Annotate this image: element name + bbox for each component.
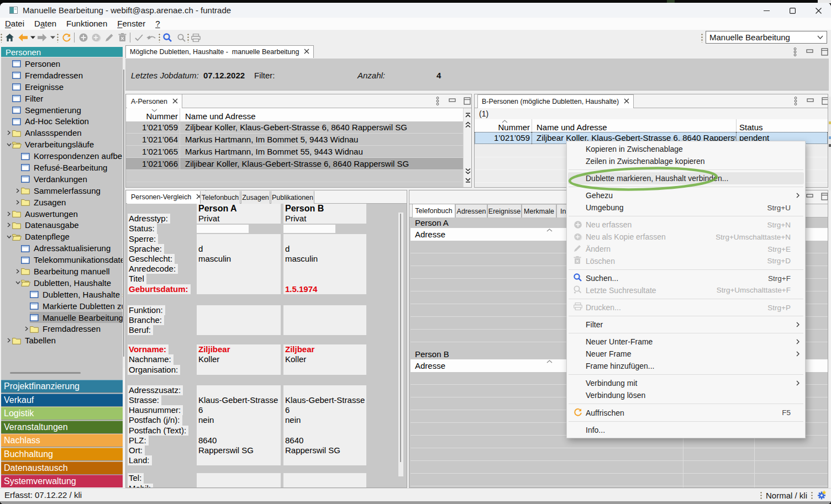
a-table-row[interactable]: 1’021’065 Markus Hartmann, Im Bommet 55,…: [126, 146, 464, 158]
tree-twisty-icon[interactable]: [14, 268, 21, 274]
minimize-button[interactable]: [754, 3, 779, 18]
frame-maximize-icon[interactable]: [821, 193, 828, 200]
tab-close-icon[interactable]: [624, 98, 629, 105]
scroll-page-up-icon[interactable]: [465, 121, 471, 128]
tab-adressen[interactable]: Adressen: [455, 204, 487, 217]
tree-twisty-icon[interactable]: [6, 83, 12, 90]
sidebar-module-bar[interactable]: Nachlass: [1, 434, 123, 447]
context-menu-item[interactable]: Gehezu: [567, 189, 805, 201]
b-col-status[interactable]: Status: [739, 119, 822, 131]
new-copy-button[interactable]: [91, 30, 102, 45]
close-button[interactable]: [806, 3, 831, 18]
scroll-top-icon[interactable]: [465, 113, 471, 118]
tree-item[interactable]: Fremdadressen: [1, 323, 123, 335]
context-menu-item[interactable]: Verbindung mit: [567, 378, 805, 390]
context-menu-item[interactable]: Neuer Unter-Frame: [567, 336, 805, 348]
tree-item[interactable]: Manuelle Bearbeitung: [1, 312, 123, 323]
context-menu-item[interactable]: Frame hinzufügen...: [567, 360, 805, 372]
context-menu-item[interactable]: Neu erfassen Strg+N: [567, 219, 805, 231]
tree-twisty-icon[interactable]: [14, 153, 21, 160]
a-table-row[interactable]: 1’021’064 Markus Hartmann, Im Bommet 5, …: [126, 134, 464, 146]
last-search-results-button[interactable]: [176, 30, 187, 45]
context-menu-item[interactable]: Neuer Frame: [567, 348, 805, 360]
tree-item[interactable]: Datenausgabe: [1, 219, 123, 231]
b-col-nummer[interactable]: Nummer: [477, 119, 530, 131]
context-menu-item[interactable]: Drucken... Strg+P: [567, 301, 805, 314]
context-menu-item[interactable]: Verbindung lösen: [567, 389, 805, 401]
navigate-back-button[interactable]: [18, 30, 29, 45]
tree-twisty-icon[interactable]: [6, 118, 12, 125]
kebab-icon[interactable]: [793, 47, 797, 56]
tab-ereignisse[interactable]: Ereignisse: [487, 204, 522, 217]
tree-item[interactable]: Personen: [1, 58, 123, 70]
tree-twisty-icon[interactable]: [23, 303, 30, 309]
tree-item[interactable]: Ereignisse: [1, 81, 123, 93]
forward-history-caret[interactable]: [49, 30, 56, 45]
tree-twisty-icon[interactable]: [6, 130, 12, 136]
tree-twisty-icon[interactable]: [6, 234, 12, 240]
context-menu-item[interactable]: Letzte Suchresultate Strg+Umschalttaste+…: [567, 284, 805, 296]
tree-item[interactable]: Anlassspenden: [1, 127, 123, 139]
tree-item[interactable]: Zusagen: [1, 197, 123, 208]
b-personen-tab[interactable]: B-Personen (mögliche Dubletten, Haushalt…: [477, 94, 634, 108]
tree-twisty-icon[interactable]: [14, 245, 21, 252]
context-menu-item[interactable]: Dublette markieren, Haushalt verbinden..…: [568, 172, 804, 184]
refresh-button[interactable]: [60, 30, 72, 45]
tree-twisty-icon[interactable]: [6, 210, 12, 217]
context-menu-item[interactable]: Löschen Strg+D: [567, 255, 805, 267]
compare-vertical-scrollbar[interactable]: [398, 213, 403, 476]
kebab-icon[interactable]: [794, 97, 797, 105]
tab-close-icon[interactable]: [172, 98, 178, 105]
new-record-button[interactable]: [78, 30, 89, 45]
search-button[interactable]: [161, 30, 173, 45]
tree-twisty-icon[interactable]: [23, 291, 30, 298]
confirm-button[interactable]: [133, 30, 144, 45]
tree-twisty-icon[interactable]: [6, 72, 12, 78]
tree-twisty-icon[interactable]: [23, 314, 30, 321]
sidebar-module-bar[interactable]: Datenaustausch: [1, 461, 123, 474]
frame-minimize-icon[interactable]: [806, 193, 813, 200]
a-table-row[interactable]: 1’021’066 Ziljibear Koller, Klaus-Gebert…: [126, 158, 464, 170]
tree-item[interactable]: Telekommunikationsdate: [1, 254, 123, 266]
b-col-name[interactable]: Name und Adresse: [537, 119, 702, 131]
tree-twisty-icon[interactable]: [6, 222, 12, 229]
tree-item[interactable]: Ad-Hoc Selektion: [1, 115, 123, 127]
a-table-row[interactable]: 1’021’059 Ziljbear Koller, Klaus-Gebert-…: [126, 121, 464, 134]
tree-twisty-icon[interactable]: [14, 257, 21, 263]
scroll-bottom-icon[interactable]: [465, 178, 471, 183]
a-col-name[interactable]: Name und Adresse: [185, 108, 351, 120]
tree-twisty-icon[interactable]: [6, 107, 12, 113]
tree-twisty-icon[interactable]: [14, 176, 21, 182]
undo-button[interactable]: [145, 30, 157, 45]
tree-twisty-icon[interactable]: [14, 279, 21, 286]
frame-maximize-icon[interactable]: [464, 97, 471, 105]
print-button[interactable]: [190, 30, 202, 45]
tree-item[interactable]: Refusé-Bearbeitung: [1, 162, 123, 173]
tab-zusagen[interactable]: Zusagen: [241, 191, 270, 204]
tab-telefonbuch-detail[interactable]: Telefonbuch: [412, 204, 455, 217]
a-personen-tab[interactable]: A-Personen: [127, 94, 182, 108]
context-menu-item[interactable]: Umgebung Strg+U: [567, 201, 805, 214]
sidebar-module-bar[interactable]: Logistik: [1, 407, 123, 420]
tree-twisty-icon[interactable]: [6, 60, 12, 67]
menubar-item[interactable]: ?: [150, 18, 165, 29]
tree-item[interactable]: Fremdadressen: [1, 70, 123, 81]
delete-button[interactable]: [117, 30, 128, 45]
tree-item[interactable]: Bearbeitung manuell: [1, 266, 123, 277]
tree-twisty-icon[interactable]: [14, 199, 21, 205]
tree-item[interactable]: Segmentierung: [1, 104, 123, 116]
frame-minimize-icon[interactable]: [449, 97, 456, 105]
tab-personen-vergleich[interactable]: Personen-Vergleich: [127, 190, 206, 204]
tree-item[interactable]: Sammelerfassung: [1, 185, 123, 197]
tree-item[interactable]: Verdankungen: [1, 173, 123, 185]
view-dropdown[interactable]: Manuelle Bearbeitung: [706, 31, 827, 44]
tree-item[interactable]: Verarbeitungsläufe: [1, 139, 123, 150]
menubar-item[interactable]: Datei: [0, 18, 29, 29]
sidebar-horizontal-scrollbar[interactable]: [1, 369, 123, 376]
sidebar-module-bar[interactable]: Buchhaltung: [1, 448, 123, 460]
tree-twisty-icon[interactable]: [14, 164, 21, 171]
tree-item[interactable]: Tabellen: [1, 335, 123, 346]
sidebar-module-bar[interactable]: Veranstaltungen: [1, 421, 123, 433]
a-col-nummer[interactable]: Nummer: [128, 108, 178, 120]
tree-item[interactable]: Adressaktualisierung: [1, 242, 123, 254]
